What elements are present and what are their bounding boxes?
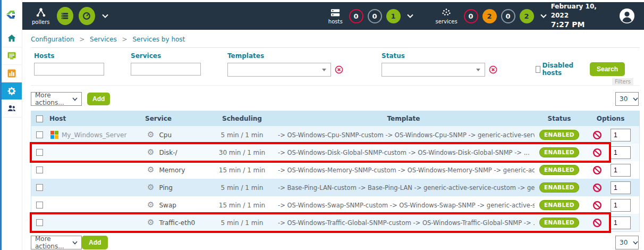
hosts-unreachable-counter[interactable]: 0 <box>368 9 382 23</box>
scheduling-cell: 15 min / 1 min <box>211 166 273 174</box>
duplicate-count-input[interactable] <box>611 129 631 141</box>
chevron-down-icon <box>633 241 638 245</box>
status-select[interactable] <box>382 63 485 77</box>
row-checkbox[interactable] <box>36 166 43 173</box>
windows-os-icon <box>50 131 58 139</box>
service-name-link[interactable]: Ping <box>159 184 173 191</box>
more-actions-select-bottom[interactable]: More actions... <box>31 236 82 249</box>
pollers-label: pollers <box>32 19 50 25</box>
services-filter-field: Services <box>131 52 201 76</box>
disabled-hosts-toggle[interactable]: Disabled hosts <box>536 62 578 77</box>
current-time: 7:27 PM <box>551 20 611 30</box>
disable-service-icon[interactable] <box>592 165 602 175</box>
template-chain-cell: -> OS-Windows-Memory-SNMP-custom -> OS-W… <box>273 166 535 174</box>
services-ok-counter[interactable]: 2 <box>520 9 534 23</box>
main-content: Configuration > Services > Services by h… <box>22 30 644 250</box>
service-name-link[interactable]: Memory <box>159 166 185 174</box>
page-size-select-top[interactable]: 30 <box>615 92 639 106</box>
table-row: ⚙ Disk-/ 30 min / 1 min -> OS-Windows-Di… <box>31 144 639 161</box>
more-actions-select-top[interactable]: More actions... <box>31 92 82 106</box>
search-button[interactable]: Search <box>590 62 625 76</box>
disable-service-icon[interactable] <box>592 130 602 140</box>
hosts-filter-label: Hosts <box>34 52 104 60</box>
services-menu[interactable]: services <box>436 8 457 24</box>
duplicate-count-input[interactable] <box>611 146 631 159</box>
breadcrumb-services-by-host[interactable]: Services by host <box>132 36 185 43</box>
breadcrumb-configuration[interactable]: Configuration <box>31 36 74 43</box>
status-badge: ENABLED <box>539 218 579 228</box>
service-name-link[interactable]: Cpu <box>159 131 172 139</box>
bottom-toolbar: More actions... Add 30 <box>31 236 640 249</box>
services-chevron[interactable] <box>540 14 547 18</box>
table-body: My_Windows_Server ⚙ Cpu 5 min / 1 min ->… <box>31 126 639 231</box>
chevron-down-icon <box>633 97 638 101</box>
status-clear-icon[interactable] <box>489 65 497 74</box>
disabled-hosts-checkbox[interactable] <box>536 66 540 73</box>
services-filter-input[interactable] <box>131 63 201 76</box>
duplicate-count-input[interactable] <box>611 199 631 212</box>
select-caret-icon <box>322 69 326 71</box>
services-warning-counter[interactable]: 2 <box>482 9 497 23</box>
add-button-bottom[interactable]: Add <box>82 236 108 249</box>
disable-service-icon[interactable] <box>592 183 602 193</box>
row-checkbox[interactable] <box>36 184 43 191</box>
duplicate-count-input[interactable] <box>611 164 631 177</box>
host-name-link[interactable]: My_Windows_Server <box>62 131 126 139</box>
templates-clear-icon[interactable] <box>335 65 343 74</box>
add-button-top[interactable]: Add <box>87 93 110 105</box>
disable-service-icon[interactable] <box>592 201 602 210</box>
template-chain-cell: -> Base-Ping-LAN-custom -> Base-Ping-LAN… <box>273 184 535 191</box>
status-badge: ENABLED <box>539 147 579 157</box>
service-gear-icon: ⚙ <box>147 148 154 156</box>
sidebar <box>2 0 22 250</box>
hosts-filter-input[interactable] <box>34 63 104 76</box>
breadcrumb-separator: > <box>122 36 128 43</box>
page-size-select-bottom[interactable]: 30 <box>615 236 639 249</box>
table-row: My_Windows_Server ⚙ Cpu 5 min / 1 min ->… <box>31 126 639 144</box>
template-chain-cell: -> OS-Windows-Swap-SNMP-custom -> OS-Win… <box>273 202 535 209</box>
hosts-up-counter[interactable]: 1 <box>386 9 401 23</box>
templates-filter-label: Templates <box>227 52 343 60</box>
template-chain-cell: -> OS-Windows-Traffic-Global-SNMP-custom… <box>273 219 535 227</box>
chevron-down-icon <box>72 241 78 245</box>
service-name-link[interactable]: Disk-/ <box>159 149 177 156</box>
duplicate-count-input[interactable] <box>611 181 631 194</box>
select-all-checkbox[interactable] <box>36 115 43 122</box>
more-actions-label: More actions... <box>35 91 67 106</box>
disable-service-icon[interactable] <box>592 148 602 157</box>
sidebar-item-home[interactable] <box>2 30 22 47</box>
sidebar-item-reporting[interactable] <box>2 65 22 82</box>
pollers-menu[interactable]: pollers <box>32 7 50 25</box>
service-gear-icon: ⚙ <box>147 131 154 139</box>
services-critical-counter[interactable]: 0 <box>464 9 478 23</box>
sidebar-item-configuration[interactable] <box>2 82 22 100</box>
sidebar-item-monitoring[interactable] <box>2 47 22 65</box>
more-actions-label: More actions... <box>35 235 67 250</box>
row-checkbox[interactable] <box>36 131 43 138</box>
row-checkbox[interactable] <box>36 149 43 156</box>
disable-service-icon[interactable] <box>592 218 602 228</box>
poller-list-button[interactable] <box>57 7 73 25</box>
column-header-status: Status <box>535 115 584 122</box>
duplicate-count-input[interactable] <box>611 216 631 229</box>
pollers-chevron[interactable] <box>102 14 108 18</box>
hosts-down-counter[interactable]: 0 <box>349 9 363 23</box>
centreon-logo[interactable] <box>2 0 22 30</box>
poller-gauge-button[interactable] <box>79 7 95 25</box>
service-name-link[interactable]: Traffic-eth0 <box>159 219 195 227</box>
current-date: February 10, 2022 <box>551 2 611 19</box>
service-name-link[interactable]: Swap <box>159 202 176 209</box>
hosts-menu[interactable]: hosts <box>328 8 343 24</box>
sidebar-item-administration[interactable] <box>2 100 22 118</box>
scheduling-cell: 5 min / 1 min <box>211 131 273 139</box>
column-header-options: Options <box>584 115 637 122</box>
services-unknown-counter[interactable]: 0 <box>501 9 515 23</box>
hosts-filter-field: Hosts <box>34 52 104 76</box>
row-checkbox[interactable] <box>36 219 43 226</box>
breadcrumb-services[interactable]: Services <box>90 36 117 43</box>
user-avatar[interactable] <box>618 7 635 24</box>
hosts-chevron[interactable] <box>407 14 413 18</box>
status-badge: ENABLED <box>539 182 579 193</box>
templates-select[interactable] <box>227 63 331 77</box>
row-checkbox[interactable] <box>36 202 43 209</box>
